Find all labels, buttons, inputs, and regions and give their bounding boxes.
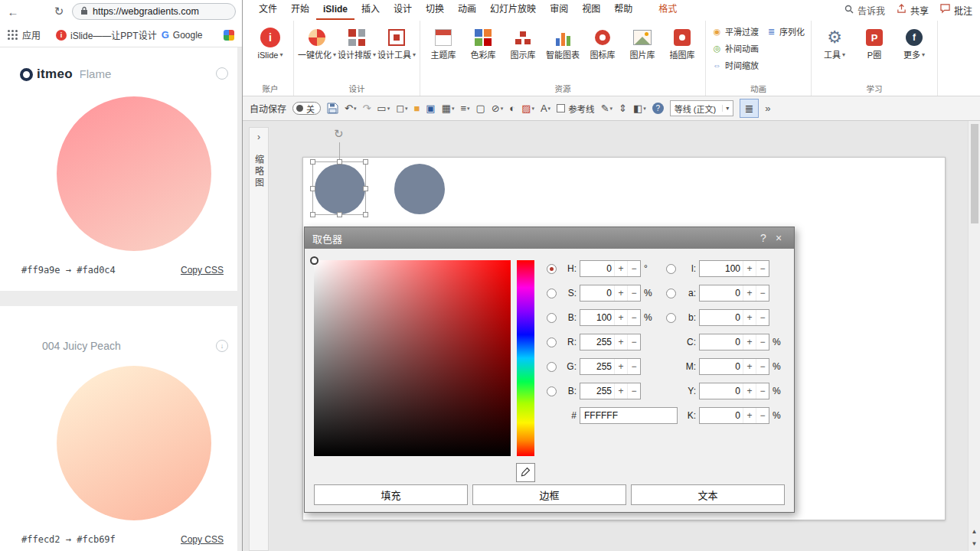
radio-s[interactable] xyxy=(547,289,557,298)
resize-handle[interactable] xyxy=(310,212,315,217)
align-objects-icon[interactable]: ≡▾ xyxy=(460,103,469,114)
y-decrease-button[interactable]: − xyxy=(756,383,769,399)
one-key-optimize-button[interactable]: 一键优化▾ xyxy=(297,24,337,60)
bookmark-apps[interactable]: 应用 xyxy=(22,28,41,41)
serialize-button[interactable]: ≣序列化 xyxy=(766,25,805,37)
ink-pen-icon[interactable]: ✎▾ xyxy=(601,103,612,114)
resize-handle[interactable] xyxy=(363,212,368,217)
hex-input[interactable] xyxy=(580,410,672,421)
theme-library-button[interactable]: 主题库 xyxy=(423,24,463,60)
illustration-library-button[interactable]: 插图库 xyxy=(662,24,702,60)
b-increase-button[interactable]: + xyxy=(614,310,627,325)
m-decrease-button[interactable]: − xyxy=(756,359,769,374)
time-scale-button[interactable]: ⇔时间缩放 xyxy=(712,59,759,71)
help-icon[interactable]: ? xyxy=(652,103,664,114)
resize-handle[interactable] xyxy=(337,159,342,165)
font-selector[interactable]: 等线 (正文)▾ xyxy=(670,100,733,116)
address-bar[interactable]: https://webgradients.com xyxy=(72,3,236,20)
autosave-toggle[interactable]: 关 xyxy=(292,102,321,115)
dialog-title-bar[interactable]: 取色器 ? × xyxy=(305,227,794,249)
refresh-icon[interactable]: ↻ xyxy=(52,5,66,18)
save-icon[interactable] xyxy=(327,103,338,114)
tab-file[interactable]: 文件 xyxy=(252,0,284,20)
copy-css-link[interactable]: Copy CSS xyxy=(181,265,224,276)
share-button[interactable]: 共享 xyxy=(897,4,929,17)
no-fill-icon[interactable]: ⊘▾ xyxy=(492,103,503,114)
b-decrease-button[interactable]: − xyxy=(627,310,640,325)
download-icon[interactable]: ↓ xyxy=(216,340,228,352)
tab-animations[interactable]: 动画 xyxy=(451,0,483,20)
radio-r[interactable] xyxy=(547,337,557,347)
h-increase-button[interactable]: + xyxy=(614,261,627,276)
b-input[interactable] xyxy=(580,312,614,323)
diagram-library-button[interactable]: 图示库 xyxy=(503,24,543,60)
fill-button[interactable]: 填充 xyxy=(314,484,468,505)
smooth-transition-button[interactable]: ◉平滑过渡 xyxy=(712,25,759,37)
arrange-windows-icon[interactable]: ▣ xyxy=(426,103,435,114)
previous-slide-icon[interactable]: ▲ xyxy=(972,528,978,535)
itmeo-logo[interactable]: itmeo xyxy=(20,64,80,84)
m-increase-button[interactable]: + xyxy=(743,359,756,374)
icon-library-button[interactable]: 图标库 xyxy=(583,24,622,60)
tell-me-search[interactable]: 告诉我 xyxy=(844,4,885,17)
r-input[interactable] xyxy=(580,337,614,347)
radio-b[interactable] xyxy=(547,313,557,323)
row-height-icon[interactable]: ⇕ xyxy=(619,103,627,114)
font-frame-icon[interactable]: A▾ xyxy=(541,103,550,114)
smart-chart-button[interactable]: 智能图表 xyxy=(543,24,583,60)
next-slide-icon[interactable]: ▼ xyxy=(972,540,978,547)
extension-icon[interactable] xyxy=(224,30,234,41)
c-decrease-button[interactable]: − xyxy=(756,334,769,350)
copy-css-link[interactable]: Copy CSS xyxy=(181,534,224,545)
tween-animation-button[interactable]: ◎补间动画 xyxy=(712,42,759,54)
pattern-icon[interactable]: ▨▾ xyxy=(521,103,534,114)
y-increase-button[interactable]: + xyxy=(743,383,756,399)
b2-decrease-button[interactable]: − xyxy=(627,383,640,399)
b2-input[interactable] xyxy=(580,386,614,396)
tab-review[interactable]: 审阅 xyxy=(543,0,575,20)
shading-icon[interactable]: ◧▾ xyxy=(633,103,646,114)
radio-g[interactable] xyxy=(547,362,557,372)
y-input[interactable] xyxy=(700,386,743,396)
h-decrease-button[interactable]: − xyxy=(627,261,640,276)
b2-increase-button[interactable]: + xyxy=(614,383,627,399)
tab-insert[interactable]: 插入 xyxy=(354,0,387,20)
lab-b-decrease-button[interactable]: − xyxy=(756,310,769,325)
radio-l[interactable] xyxy=(666,264,676,274)
g-decrease-button[interactable]: − xyxy=(627,359,640,374)
redo-icon[interactable]: ↷ xyxy=(362,103,371,114)
more-button[interactable]: f 更多▾ xyxy=(894,24,934,60)
l-input[interactable] xyxy=(700,263,743,274)
new-slide-icon[interactable]: ▭▾ xyxy=(377,103,390,114)
radio-a[interactable] xyxy=(666,289,676,298)
s-input[interactable] xyxy=(580,288,614,298)
l-increase-button[interactable]: + xyxy=(743,261,756,276)
tools-button[interactable]: ⚙ 工具▾ xyxy=(815,24,854,60)
shapes-icon[interactable]: ◻▾ xyxy=(396,103,407,114)
eyedropper-button[interactable] xyxy=(516,463,535,482)
design-layout-button[interactable]: 设计排版▾ xyxy=(337,24,377,60)
comments-button[interactable]: 批注 xyxy=(940,4,972,17)
a-decrease-button[interactable]: − xyxy=(756,285,769,301)
radio-h[interactable] xyxy=(547,264,557,274)
resize-handle[interactable] xyxy=(337,212,342,217)
thumbnail-panel-collapsed[interactable]: › 缩略图 xyxy=(249,127,269,551)
r-increase-button[interactable]: + xyxy=(614,334,627,350)
g-increase-button[interactable]: + xyxy=(614,359,627,374)
color-library-button[interactable]: 色彩库 xyxy=(463,24,503,60)
k-increase-button[interactable]: + xyxy=(743,408,756,423)
tab-help[interactable]: 帮助 xyxy=(607,0,639,20)
bookmark-islide[interactable]: i iSlide——让PPT设计 xyxy=(56,28,157,41)
paragraph-lines-button[interactable]: ≣ xyxy=(740,99,759,118)
saturation-brightness-field[interactable] xyxy=(314,260,511,456)
resize-handle[interactable] xyxy=(363,159,368,165)
dialog-help-button[interactable]: ? xyxy=(756,232,771,244)
g-input[interactable] xyxy=(580,361,614,372)
a-increase-button[interactable]: + xyxy=(743,285,756,301)
c-input[interactable] xyxy=(700,337,743,347)
toolbar-overflow-icon[interactable]: » xyxy=(765,103,770,114)
tab-view[interactable]: 视图 xyxy=(575,0,607,20)
contrast-icon[interactable]: ◐ xyxy=(509,103,515,114)
l-decrease-button[interactable]: − xyxy=(756,261,769,276)
card-action-icon[interactable] xyxy=(216,67,228,80)
